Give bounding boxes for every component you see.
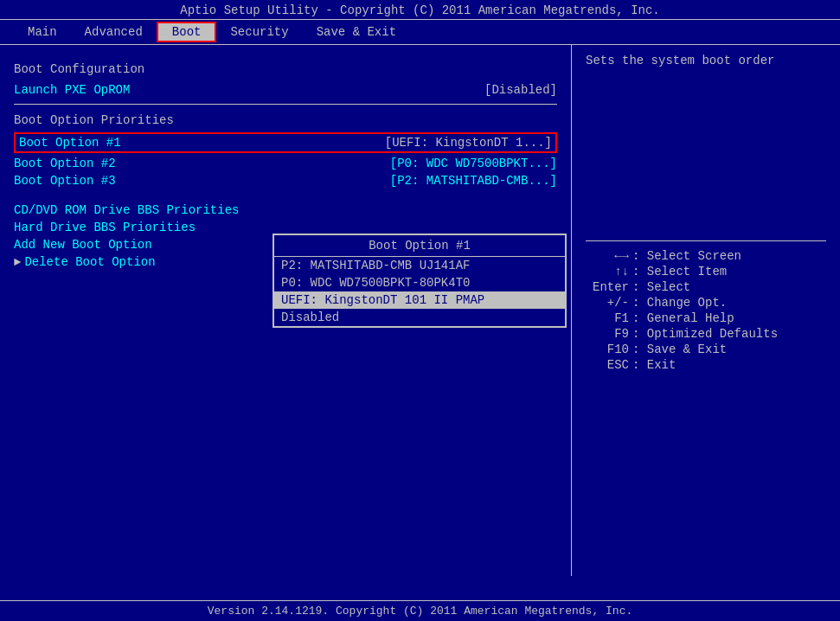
key-plusminus-label: +/- — [586, 296, 629, 310]
key-row-esc: ESC : Exit — [586, 357, 826, 373]
key-esc-label: ESC — [586, 358, 629, 372]
delete-boot-label: Delete Boot Option — [24, 255, 155, 269]
bottom-text: Version 2.14.1219. Copyright (C) 2011 Am… — [208, 605, 632, 618]
right-panel: Sets the system boot order ←→ : Select S… — [572, 45, 840, 576]
boot-option-1-row[interactable]: Boot Option #1 [UEFI: KingstonDT 1...] — [14, 132, 557, 153]
boot-priorities-header: Boot Option Priorities — [14, 113, 557, 127]
boot-option-3-row[interactable]: Boot Option #3 [P2: MATSHITABD-CMB...] — [14, 172, 557, 189]
key-f9-label: F9 — [586, 327, 629, 341]
key-row-f10: F10 : Save & Exit — [586, 342, 826, 357]
key-enter-desc: : Select — [632, 280, 690, 294]
popup-item-disabled[interactable]: Disabled — [274, 309, 565, 326]
key-plusminus-desc: : Change Opt. — [632, 296, 727, 310]
key-row-0: ←→ : Select Screen — [586, 248, 826, 264]
key-row-enter: Enter : Select — [586, 279, 826, 295]
key-help-section: ←→ : Select Screen ↑↓ : Select Item Ente… — [586, 248, 826, 373]
popup-item-uefi[interactable]: UEFI: KingstonDT 101 II PMAP — [274, 291, 565, 309]
key-f9-desc: : Optimized Defaults — [632, 327, 778, 341]
boot-option-1-value: [UEFI: KingstonDT 1...] — [385, 136, 552, 150]
key-row-f9: F9 : Optimized Defaults — [586, 326, 826, 342]
boot-option-3-value: [P2: MATSHITABD-CMB...] — [390, 174, 557, 188]
arrow-icon: ► — [14, 255, 21, 269]
cd-dvd-link[interactable]: CD/DVD ROM Drive BBS Priorities — [14, 202, 557, 219]
bottom-bar: Version 2.14.1219. Copyright (C) 2011 Am… — [0, 600, 840, 621]
key-row-plusminus: +/- : Change Opt. — [586, 295, 826, 310]
key-esc-desc: : Exit — [632, 358, 676, 372]
key-f1-desc: : General Help — [632, 311, 734, 325]
launch-pxe-value: [Disabled] — [484, 83, 557, 97]
divider-1 — [14, 104, 557, 105]
key-1-label: ↑↓ — [586, 265, 629, 278]
menu-item-main[interactable]: Main — [14, 23, 71, 41]
boot-option-3-label: Boot Option #3 — [14, 174, 116, 188]
key-f1-label: F1 — [586, 311, 629, 325]
key-1-desc: : Select Item — [632, 265, 727, 278]
key-divider — [586, 240, 826, 241]
boot-option-2-value: [P0: WDC WD7500BPKT...] — [390, 157, 557, 170]
popup-item-p0[interactable]: P0: WDC WD7500BPKT-80PK4T0 — [274, 274, 565, 291]
menu-item-advanced[interactable]: Advanced — [71, 23, 157, 41]
menu-item-security[interactable]: Security — [216, 23, 302, 41]
key-enter-label: Enter — [586, 280, 629, 294]
menu-item-boot[interactable]: Boot — [157, 22, 217, 42]
launch-pxe-row: Launch PXE OpROM [Disabled] — [14, 81, 557, 99]
menu-bar: Main Advanced Boot Security Save & Exit — [0, 19, 840, 45]
boot-option-2-row[interactable]: Boot Option #2 [P0: WDC WD7500BPKT...] — [14, 155, 557, 172]
boot-option-2-label: Boot Option #2 — [14, 157, 116, 170]
popup-title: Boot Option #1 — [274, 235, 565, 257]
launch-pxe-label: Launch PXE OpROM — [14, 83, 130, 97]
key-0-desc: : Select Screen — [632, 249, 741, 263]
boot-option-dropdown[interactable]: Boot Option #1 P2: MATSHITABD-CMB UJ141A… — [273, 234, 567, 328]
key-0-label: ←→ — [586, 249, 629, 263]
popup-item-p2[interactable]: P2: MATSHITABD-CMB UJ141AF — [274, 257, 565, 274]
key-f10-label: F10 — [586, 343, 629, 356]
key-row-f1: F1 : General Help — [586, 310, 826, 326]
key-row-1: ↑↓ : Select Item — [586, 264, 826, 279]
title-text: Aptio Setup Utility - Copyright (C) 2011… — [180, 3, 660, 17]
title-bar: Aptio Setup Utility - Copyright (C) 2011… — [0, 0, 840, 19]
menu-item-save-exit[interactable]: Save & Exit — [303, 23, 410, 41]
boot-option-1-label: Boot Option #1 — [19, 136, 121, 150]
key-f10-desc: : Save & Exit — [632, 343, 727, 356]
boot-config-header: Boot Configuration — [14, 62, 557, 76]
help-text: Sets the system boot order — [586, 54, 826, 67]
